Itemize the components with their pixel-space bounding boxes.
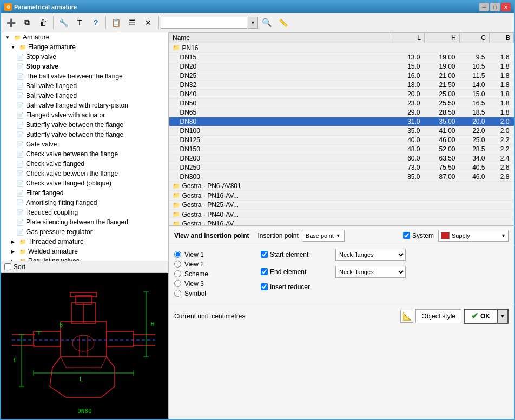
tree-item-check2[interactable]: 📄Check valve between the flange [1,169,168,178]
col-B[interactable]: B [490,33,514,43]
list-button[interactable]: ☰ [124,15,140,30]
end-element-label[interactable]: End element [270,268,306,276]
symbol-radio[interactable] [174,290,181,297]
tree-item-ball-between[interactable]: 📄 The ball valve between the flange [1,71,168,81]
table-folder-row[interactable]: 📁PN16 [169,43,514,53]
clipboard-button[interactable]: 📋 [108,15,123,30]
maximize-button[interactable]: □ [490,3,500,11]
tree-item-stop-valve[interactable]: 📄 Stop valve [1,52,168,62]
col-L[interactable]: L [392,33,425,43]
start-element-label[interactable]: Start element [270,251,308,258]
copy-button[interactable]: ⧉ [19,15,35,30]
tree-item-gas[interactable]: 📄Gas pressure regulator [1,227,168,237]
symbol-label[interactable]: Symbol [184,290,206,297]
tree-item-flanged-actuator[interactable]: 📄Flanged valve with actuator [1,110,168,120]
view3-radio[interactable] [174,280,181,287]
sort-label[interactable]: Sort [14,263,25,271]
close-button[interactable]: ✕ [501,3,511,11]
table-folder-row[interactable]: 📁Gestra - PN16-AV... [169,219,514,226]
table-row[interactable]: DN100 35.0 41.00 22.0 2.0 [169,126,514,135]
table-row[interactable]: DN40 20.0 25.00 15.0 1.8 [169,89,514,98]
supply-dropdown[interactable]: Supply ▼ [438,230,509,242]
table-row[interactable]: DN65 29.0 28.50 18.5 1.8 [169,108,514,117]
insertion-point-value: Base point ▼ [302,230,345,242]
tree-item-filter[interactable]: 📄Filter flanged [1,188,168,198]
search-dropdown[interactable]: ▼ [248,17,258,29]
tree-item-reduced[interactable]: 📄Reduced coupling [1,208,168,217]
table-row[interactable]: DN200 60.0 63.50 34.0 2.4 [169,154,514,163]
tree-item-armature[interactable]: ▼ 📁 Armature [1,32,168,42]
end-element-checkbox[interactable] [261,268,268,275]
table-row[interactable]: DN32 18.0 21.50 14.0 1.8 [169,80,514,89]
col-name[interactable]: Name [169,33,392,43]
view1-radio[interactable] [174,251,181,258]
tree-item-butterfly2[interactable]: 📄Butterfly valve between the flange [1,130,168,139]
delete2-button[interactable]: ✕ [141,15,156,30]
table-folder-row[interactable]: 📁Gestra - PN6-AV801 [169,181,514,191]
view3-label[interactable]: View 3 [184,280,204,288]
tree-item-ball-flanged2[interactable]: 📄Ball valve flanged [1,91,168,101]
tree-item-regulating[interactable]: ▶ 📁 Regulating valves [1,256,168,261]
insert-reducer-checkbox[interactable] [261,283,268,290]
data-table: Name L H C B 📁PN16 DN15 13.0 19.00 9.5 1… [169,32,514,226]
sort-checkbox[interactable] [4,263,11,270]
table-row[interactable]: DN15 13.0 19.00 9.5 1.6 [169,52,514,62]
tree-item-check-flanged[interactable]: 📄Check valve flanged [1,159,168,169]
di14: 📄 [16,209,25,216]
tree-item-plate[interactable]: 📄Plate silencing between the flanged [1,217,168,227]
insertion-point-control[interactable]: Base point ▼ [302,230,345,242]
view2-radio[interactable] [174,261,181,268]
search-button[interactable]: 🔍 [259,15,274,30]
tree-item-check1[interactable]: 📄Check valve between the flange [1,149,168,159]
help-button[interactable]: ? [88,15,103,30]
table-row[interactable]: DN300 85.0 87.00 46.0 2.8 [169,172,514,181]
table-row[interactable]: DN250 73.0 75.50 40.5 2.6 [169,163,514,172]
col-C[interactable]: C [460,33,490,43]
tree-item-butterfly1[interactable]: 📄Butterfly valve between the flange [1,120,168,130]
table-folder-row[interactable]: 📁Gestra - PN16-AV... [169,191,514,201]
table-row[interactable]: DN20 15.0 19.00 10.5 1.8 [169,62,514,71]
start-element-checkbox[interactable] [261,251,268,258]
tree-item-ball-rotary[interactable]: 📄Ball valve flanged with rotary-piston [1,101,168,110]
table-row[interactable]: DN50 23.0 25.50 16.5 1.8 [169,98,514,108]
table-folder-row[interactable]: 📁Gestra - PN40-AV... [169,210,514,219]
col-H[interactable]: H [425,33,460,43]
start-element-select[interactable]: Neck flanges Butt weld Socket weld Threa… [335,249,406,261]
table-area[interactable]: Name L H C B 📁PN16 DN15 13.0 19.00 9.5 1… [169,32,514,226]
view1-label[interactable]: View 1 [184,251,204,258]
tree-item-ball-flanged[interactable]: 📄Ball valve flanged [1,81,168,91]
table-row[interactable]: DN80 31.0 35.00 20.0 2.0 [169,117,514,126]
tree-item-stop-valve-bold[interactable]: 📄 Stop valve [1,62,168,71]
obj-style-icon[interactable]: 📐 [400,310,413,323]
system-checkbox[interactable] [403,232,410,239]
minimize-button[interactable]: ─ [479,3,489,11]
ok-button[interactable]: ✔ OK [464,309,498,324]
scheme-label[interactable]: Scheme [184,270,208,278]
text-button[interactable]: T [72,15,87,30]
table-row[interactable]: DN150 48.0 52.00 28.5 2.2 [169,144,514,154]
tree-label-threaded: Threaded armature [28,238,84,245]
ok-dropdown-button[interactable]: ▼ [498,309,509,324]
settings-button[interactable]: 🔧 [56,15,71,30]
table-row[interactable]: DN125 40.0 46.00 25.0 2.2 [169,135,514,144]
left-panel: ▼ 📁 Armature ▼ 📁 Flange armature [1,32,169,419]
di3: 📄 [16,102,25,109]
add-button[interactable]: ➕ [3,15,18,30]
search-input[interactable] [161,17,247,29]
view2-label[interactable]: View 2 [184,261,204,268]
object-style-button[interactable]: Object style [415,309,461,323]
end-element-select[interactable]: Neck flanges Butt weld Socket weld Threa… [335,266,406,278]
table-folder-row[interactable]: 📁Gestra - PN25-AV... [169,200,514,210]
tree-item-welded[interactable]: ▶ 📁 Welded armature [1,246,168,256]
tree-item-flange[interactable]: ▼ 📁 Flange armature [1,42,168,52]
system-label[interactable]: System [412,232,434,239]
measure-button[interactable]: 📏 [275,15,290,30]
tree-item-threaded[interactable]: ▶ 📁 Threaded armature [1,237,168,246]
delete-button[interactable]: 🗑 [36,15,51,30]
tree-item-check-oblique[interactable]: 📄Check valve flanged (oblique) [1,178,168,188]
tree-item-amortising[interactable]: 📄Amortising fitting flanged [1,198,168,208]
tree-item-gate[interactable]: 📄Gate valve [1,139,168,149]
insert-reducer-label[interactable]: Insert reducer [270,283,310,291]
table-row[interactable]: DN25 16.0 21.00 11.5 1.8 [169,71,514,80]
scheme-radio[interactable] [174,270,181,277]
